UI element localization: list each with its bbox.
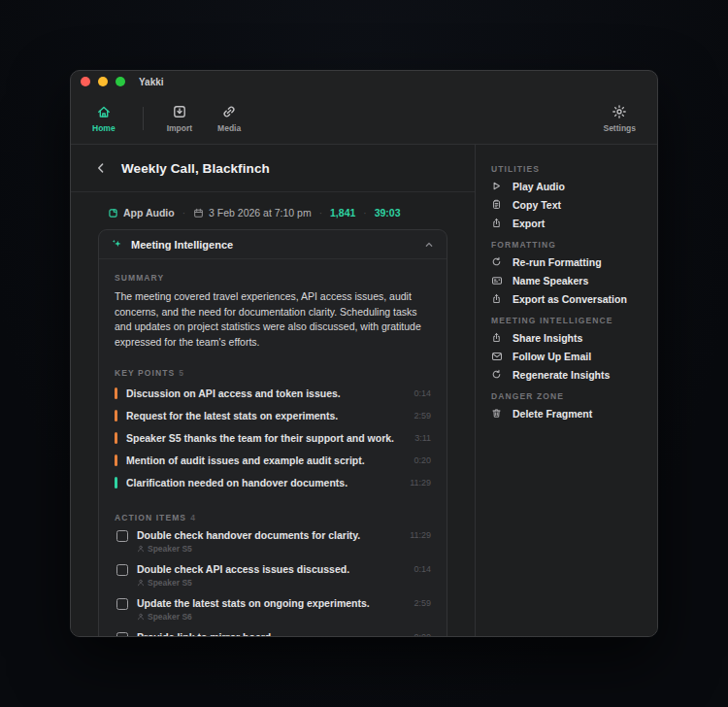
key-point-color-bar [115,387,117,399]
action-item-timestamp: 0:00 [414,632,431,637]
action-items-section-label: Action Items4 [115,513,431,522]
action-item-speaker: Speaker S5 [137,544,400,554]
trash-icon [491,408,504,419]
person-icon [137,613,145,621]
action-item-text: Update the latest stats on ongoing exper… [137,597,404,609]
fragment-meta-row: App Audio · 3 Feb 2026 at 7:10 pm · 1,84… [98,207,447,219]
fragment-scroll-area[interactable]: App Audio · 3 Feb 2026 at 7:10 pm · 1,84… [71,192,475,637]
minimize-window-button[interactable] [98,77,108,86]
meeting-intelligence-card: Meeting Intelligence Summary The meeting… [98,229,447,637]
sidebar-section-label: Formatting [491,240,642,250]
sidebar-item-share-insights[interactable]: Share Insights [491,328,642,347]
meeting-intelligence-header[interactable]: Meeting Intelligence [99,230,447,259]
sidebar-item-label: Copy Text [513,199,561,211]
action-item-checkbox[interactable] [116,530,128,542]
sidebar-item-label: Name Speakers [513,275,588,286]
toolbar-media-label: Media [217,123,241,133]
toolbar-media-button[interactable]: Media [217,103,241,133]
toolbar-settings-button[interactable]: Settings [603,103,636,133]
key-point-text: Request for the latest stats on experime… [126,410,404,421]
main-pane: Weekly Call, Blackfinch App Audio · [71,145,475,637]
mail-icon [491,351,504,362]
media-link-icon [221,103,237,120]
key-point-color-bar [115,410,117,421]
key-point-timestamp: 0:20 [414,455,431,465]
meta-separator: · [363,208,366,219]
back-button[interactable] [92,159,110,177]
summary-section-label: Summary [115,273,431,283]
toolbar-home-button[interactable]: Home [92,103,116,133]
action-item-row[interactable]: Provide link to mirror board. Speaker S6… [115,631,431,637]
summary-text: The meeting covered travel experiences, … [115,289,431,350]
action-item-checkbox[interactable] [116,564,128,576]
page-header: Weekly Call, Blackfinch [71,145,475,192]
person-icon [137,579,145,587]
key-point-row[interactable]: Speaker S5 thanks the team for their sup… [115,426,431,449]
sidebar-item-label: Follow Up Email [513,351,591,362]
sidebar-item-label: Re-run Formatting [513,256,602,268]
app-window: Yakki Home Import [70,70,658,637]
person-icon [137,545,145,553]
sidebar-section-label: Meeting Intelligence [491,316,642,325]
sidebar-item-name-speakers[interactable]: Name Speakers [491,271,642,289]
key-point-text: Speaker S5 thanks the team for their sup… [126,432,405,444]
action-item-timestamp: 11:29 [410,530,431,540]
sidebar-item-label: Export as Conversation [513,293,627,305]
action-item-speaker: Speaker S5 [137,578,404,588]
export-icon [491,332,504,343]
action-item-text: Provide link to mirror board. [137,631,404,637]
export-icon [491,293,504,304]
sidebar-item-regenerate-insights[interactable]: Regenerate Insights [491,365,642,384]
sidebar-section: Danger Zone Delete Fragment [491,391,642,422]
sidebar-item-copy-text[interactable]: Copy Text [491,195,642,214]
clipboard-icon [491,199,504,210]
sidebar-item-label: Share Insights [513,332,582,344]
key-point-row[interactable]: Discussion on API access and token issue… [115,382,431,404]
key-point-row[interactable]: Mention of audit issues and example audi… [115,449,431,471]
card-title: Meeting Intelligence [131,239,415,251]
sidebar-item-follow-up-email[interactable]: Follow Up Email [491,347,642,365]
action-item-row[interactable]: Double check API access issues discussed… [115,563,431,588]
zoom-window-button[interactable] [116,77,125,86]
sidebar-item-re-run-formatting[interactable]: Re-run Formatting [491,252,642,271]
refresh-icon [491,256,504,267]
sidebar-section: Utilities Play Audio Copy Text Export [491,164,642,232]
toolbar-import-button[interactable]: Import [167,103,192,133]
sidebar-item-play-audio[interactable]: Play Audio [491,177,642,195]
duration: 39:03 [375,207,401,219]
settings-gear-icon [612,103,627,120]
play-icon [491,181,504,191]
key-point-color-bar [115,432,117,444]
close-window-button[interactable] [81,77,90,86]
sidebar-section: Formatting Re-run Formatting Name Speake… [491,240,642,308]
action-item-speaker: Speaker S6 [137,612,404,622]
action-item-row[interactable]: Update the latest stats on ongoing exper… [115,597,431,622]
sidebar-item-delete-fragment[interactable]: Delete Fragment [491,404,642,422]
action-items-count: 4 [190,513,196,522]
sidebar-section-label: Danger Zone [491,391,642,401]
word-count: 1,841 [330,207,355,219]
toolbar: Home Import Media [71,92,657,144]
action-item-checkbox[interactable] [116,632,128,637]
sidebar-item-export[interactable]: Export [491,214,642,232]
key-point-text: Clarification needed on handover documen… [126,477,400,488]
action-item-checkbox[interactable] [116,598,128,610]
action-item-row[interactable]: Double check handover documents for clar… [115,529,431,554]
key-point-row[interactable]: Request for the latest stats on experime… [115,404,431,426]
key-point-text: Mention of audit issues and example audi… [126,454,404,466]
action-item-text: Double check handover documents for clar… [137,529,400,541]
sidebar-item-label: Delete Fragment [513,408,592,420]
home-icon [96,103,112,120]
calendar-icon [193,208,204,219]
meta-separator: · [319,208,322,219]
titlebar: Yakki [71,71,657,92]
action-item-text: Double check API access issues discussed… [137,563,404,575]
key-points-count: 5 [179,368,184,378]
source-label: App Audio [123,207,175,219]
page-title: Weekly Call, Blackfinch [121,161,270,176]
collapse-chevron-icon[interactable] [423,239,435,251]
key-point-row[interactable]: Clarification needed on handover documen… [115,471,431,493]
action-items-list: Double check handover documents for clar… [115,529,431,637]
action-item-timestamp: 2:59 [414,598,431,608]
sidebar-item-export-as-conversation[interactable]: Export as Conversation [491,289,642,308]
